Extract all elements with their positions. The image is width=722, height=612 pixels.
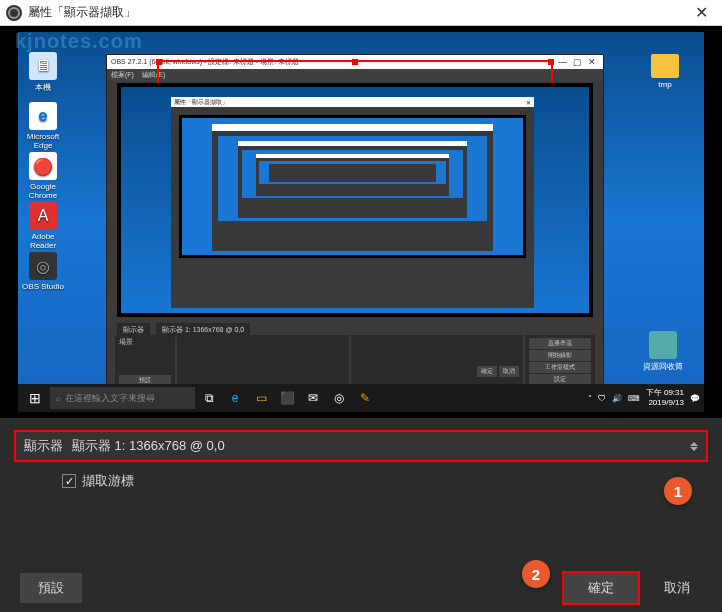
edge-taskbar-icon[interactable]: e [223, 386, 247, 410]
inner-panels: 場景預設 確定 取消 直播串流 開始錄影 工作室模式 設定 [115, 335, 595, 387]
spinner-icon[interactable] [690, 442, 698, 451]
app-icon[interactable]: ✎ [353, 386, 377, 410]
start-button[interactable]: ⊞ [22, 386, 48, 410]
recycle-bin: 資源回收筒 [642, 331, 684, 372]
window-title: 屬性「顯示器擷取」 [28, 4, 687, 21]
ok-button[interactable]: 確定 [562, 571, 640, 605]
capture-cursor-checkbox[interactable]: ✓ 擷取游標 [14, 462, 708, 490]
display-value: 顯示器 1: 1366x768 @ 0,0 [72, 437, 690, 455]
mail-icon[interactable]: ✉ [301, 386, 325, 410]
watermark: kjnotes.com [15, 30, 143, 53]
tmp-folder: tmp [644, 54, 686, 89]
explorer-icon[interactable]: ▭ [249, 386, 273, 410]
desktop-icon-computer: 🖥本機 [22, 52, 64, 93]
desktop-icon-edge: eMicrosoft Edge [22, 102, 64, 150]
display-label: 顯示器 [24, 437, 72, 455]
system-tray[interactable]: ˄🛡🔊⌨ 下午 09:312019/9/13 💬 [588, 388, 700, 407]
desktop-icon-adobe: AAdobe Reader [22, 202, 64, 250]
obs-taskbar-icon[interactable]: ◎ [327, 386, 351, 410]
nested-preview: 屬性「顯示器擷取」✕ [117, 83, 593, 317]
annotation-marker-1: 1 [664, 477, 692, 505]
obs-app-icon [6, 5, 22, 21]
cursor-label: 擷取游標 [82, 472, 134, 490]
checkbox-icon: ✓ [62, 474, 76, 488]
form-area: 顯示器 顯示器 1: 1366x768 @ 0,0 ✓ 擷取游標 [0, 418, 722, 502]
search-icon: ⌕ [56, 393, 61, 403]
titlebar: 屬性「顯示器擷取」 ✕ [0, 0, 722, 26]
taskbar-search[interactable]: ⌕ 在這裡輸入文字來搜尋 [50, 387, 195, 409]
taskview-icon[interactable]: ⧉ [197, 386, 221, 410]
inner-obs-window: OBS 27.2.1 (64-bit, windows) - 設定檔: 未標題 … [106, 54, 604, 406]
preview-area: 🖥本機 eMicrosoft Edge 🔴Google Chrome AAdob… [0, 26, 722, 418]
store-icon[interactable]: ⬛ [275, 386, 299, 410]
desktop-icon-obs: ◎OBS Studio [22, 252, 64, 291]
footer: 預設 確定 取消 [0, 564, 722, 612]
desktop-bg: 🖥本機 eMicrosoft Edge 🔴Google Chrome AAdob… [18, 32, 704, 412]
cancel-button[interactable]: 取消 [652, 573, 702, 603]
taskbar: ⊞ ⌕ 在這裡輸入文字來搜尋 ⧉ e ▭ ⬛ ✉ ◎ ✎ ˄🛡🔊⌨ 下午 09:… [18, 384, 704, 412]
display-selector[interactable]: 顯示器 顯示器 1: 1366x768 @ 0,0 [14, 430, 708, 462]
desktop-icon-chrome: 🔴Google Chrome [22, 152, 64, 200]
close-button[interactable]: ✕ [687, 3, 716, 22]
preset-button[interactable]: 預設 [20, 573, 82, 603]
